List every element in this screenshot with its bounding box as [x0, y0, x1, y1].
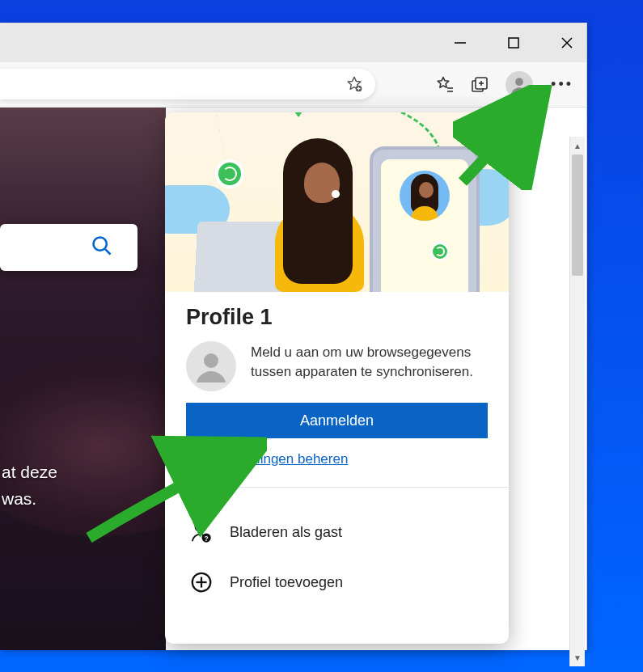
- svg-text:?: ?: [205, 535, 209, 543]
- svg-point-13: [94, 238, 107, 251]
- browse-as-guest-item[interactable]: ? Bladeren als gast: [186, 507, 488, 557]
- sync-icon: [215, 159, 244, 188]
- svg-line-14: [105, 249, 110, 254]
- scroll-up-button[interactable]: ▲: [570, 137, 585, 154]
- favorites-button[interactable]: [434, 74, 455, 95]
- svg-point-15: [204, 353, 218, 368]
- vertical-scrollbar[interactable]: ▲ ▼: [569, 137, 585, 666]
- plus-circle-icon: [189, 570, 214, 594]
- homepage-caption: at deze was.: [0, 459, 57, 513]
- window-close-button[interactable]: [559, 35, 575, 51]
- person-illustration: [260, 138, 374, 292]
- svg-rect-1: [509, 38, 518, 48]
- scroll-thumb[interactable]: [572, 154, 583, 276]
- profile-description: Meld u aan om uw browsegegevens tussen a…: [251, 341, 488, 382]
- profile-avatar-placeholder: [186, 341, 236, 391]
- profile-popover: Profile 1 Meld u aan om uw browsegegeven…: [165, 112, 509, 644]
- svg-point-12: [515, 78, 523, 86]
- profile-name: Profile 1: [186, 305, 488, 330]
- settings-menu-button[interactable]: •••: [548, 76, 577, 93]
- manage-profile-link[interactable]: Profielinstellingen beheren: [186, 451, 488, 467]
- sync-chevron-icon: [293, 112, 304, 117]
- caption-line: at deze: [2, 463, 57, 481]
- guest-label: Bladeren als gast: [230, 524, 342, 541]
- svg-point-16: [196, 522, 205, 531]
- profile-button[interactable]: [506, 71, 533, 99]
- signin-button[interactable]: Aanmelden: [186, 403, 488, 438]
- profile-info-row: Meld u aan om uw browsegegevens tussen a…: [186, 341, 488, 391]
- homepage-background: at deze was.: [0, 108, 166, 650]
- search-icon: [91, 235, 113, 260]
- add-profile-item[interactable]: Profiel toevoegen: [186, 557, 488, 607]
- guest-icon: ?: [189, 520, 214, 544]
- scroll-down-button[interactable]: ▼: [570, 649, 585, 666]
- window-titlebar: [0, 23, 586, 62]
- add-profile-label: Profiel toevoegen: [230, 574, 343, 591]
- homepage-search-bar[interactable]: [0, 224, 137, 271]
- profile-illustration: [165, 112, 509, 292]
- collections-button[interactable]: [470, 74, 491, 95]
- browser-toolbar: •••: [0, 62, 586, 108]
- caption-line: was.: [2, 489, 36, 508]
- sync-icon: [430, 242, 450, 261]
- add-favorite-button[interactable]: [345, 74, 364, 94]
- address-bar[interactable]: [0, 69, 375, 99]
- window-minimize-button[interactable]: [452, 35, 468, 51]
- phone-illustration: [370, 146, 480, 292]
- divider: [165, 487, 509, 488]
- window-maximize-button[interactable]: [506, 35, 522, 51]
